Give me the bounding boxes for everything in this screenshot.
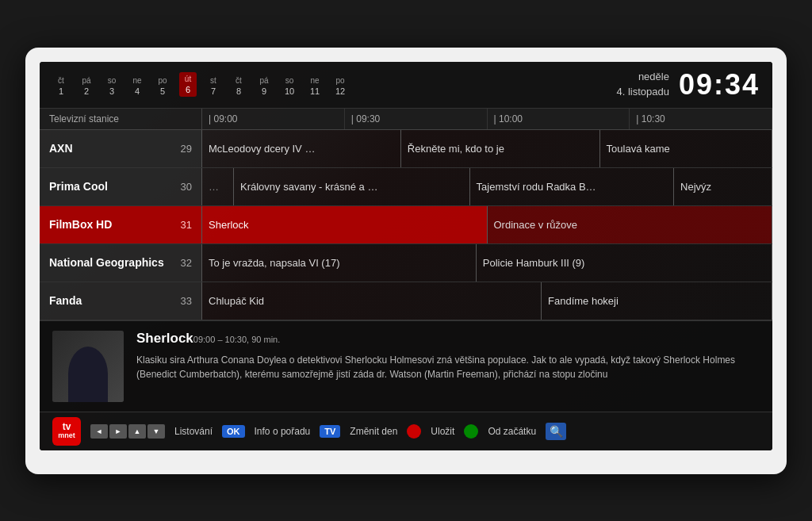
channel-number: 32 bbox=[181, 257, 192, 269]
save-label: Uložit bbox=[431, 426, 454, 437]
program-item[interactable]: … bbox=[202, 168, 234, 205]
channel-name: AXN bbox=[49, 142, 73, 155]
programs-row: McLeodovy dcery IV …Řekněte mi, kdo to j… bbox=[202, 130, 772, 167]
day-item-9[interactable]: pá9 bbox=[255, 75, 273, 97]
time-slot: | 09:30 bbox=[345, 109, 488, 129]
channel-cell: FilmBox HD31 bbox=[40, 206, 202, 243]
search-button[interactable]: 🔍 bbox=[546, 423, 566, 440]
logo-mnet: mnet bbox=[58, 432, 75, 440]
tv-frame: čt1pá2so3ne4po5út6st7čt8pá9so10ne11po12 … bbox=[25, 48, 787, 474]
day-item-4[interactable]: ne4 bbox=[128, 75, 146, 97]
channel-number: 30 bbox=[181, 181, 192, 193]
day-item-7[interactable]: st7 bbox=[205, 75, 222, 97]
day-navigator: čt1pá2so3ne4po5út6st7čt8pá9so10ne11po12 bbox=[52, 72, 349, 97]
program-item[interactable]: Fandíme hokeji bbox=[542, 282, 772, 320]
channel-cell: AXN29 bbox=[40, 130, 202, 167]
nav-right-btn[interactable]: ► bbox=[109, 424, 127, 439]
clock-display: 09:34 bbox=[679, 68, 760, 102]
channel-name: Fanda bbox=[49, 294, 82, 307]
program-item[interactable]: To je vražda, napsala VI (17) bbox=[202, 244, 477, 282]
day-item-1[interactable]: čt1 bbox=[52, 75, 70, 97]
day-item-3[interactable]: so3 bbox=[103, 75, 121, 97]
green-button[interactable] bbox=[464, 424, 478, 439]
epg-row[interactable]: National Geographics32To je vražda, naps… bbox=[40, 244, 772, 282]
nav-label: Listování bbox=[174, 426, 213, 437]
channel-name: National Geographics bbox=[49, 256, 164, 269]
programs-row: Chlupáč KidFandíme hokeji bbox=[202, 282, 772, 320]
program-item[interactable]: Tajemství rodu Radka B… bbox=[470, 168, 675, 205]
channel-number: 31 bbox=[181, 219, 192, 231]
nav-buttons[interactable]: ◄ ► ▲ ▼ bbox=[90, 424, 165, 439]
program-description: Klasiku sira Arthura Conana Doylea o det… bbox=[136, 353, 760, 381]
channel-number: 29 bbox=[181, 143, 192, 155]
epg-row[interactable]: Prima Cool30…Královny savany - krásné a … bbox=[40, 168, 772, 206]
day-item-11[interactable]: ne11 bbox=[306, 75, 324, 97]
info-label: Info o pořadu bbox=[255, 426, 311, 437]
tv-mnet-logo: tv mnet bbox=[52, 417, 81, 446]
channel-name: FilmBox HD bbox=[49, 218, 112, 231]
day-item-5[interactable]: po5 bbox=[154, 75, 171, 97]
day-item-12[interactable]: po12 bbox=[331, 75, 349, 97]
channel-name: Prima Cool bbox=[49, 180, 108, 193]
day-item-2[interactable]: pá2 bbox=[78, 75, 95, 97]
screen: čt1pá2so3ne4po5út6st7čt8pá9so10ne11po12 … bbox=[40, 62, 772, 450]
header-bar: čt1pá2so3ne4po5út6st7čt8pá9so10ne11po12 … bbox=[40, 62, 772, 109]
header-right: neděle 4. listopadu 09:34 bbox=[616, 68, 760, 102]
nav-down-btn[interactable]: ▼ bbox=[147, 424, 165, 439]
date-full: 4. listopadu bbox=[616, 85, 669, 99]
program-thumbnail bbox=[52, 331, 124, 402]
bottom-toolbar: tv mnet ◄ ► ▲ ▼ Listování OK Info o pořa… bbox=[40, 412, 772, 450]
tv-button[interactable]: TV bbox=[320, 425, 340, 438]
epg-row[interactable]: Fanda33Chlupáč KidFandíme hokeji bbox=[40, 282, 772, 320]
time-slots: | 09:00| 09:30| 10:00| 10:30 bbox=[202, 109, 772, 129]
day-item-8[interactable]: čt8 bbox=[230, 75, 247, 97]
programs-row: …Královny savany - krásné a …Tajemství r… bbox=[202, 168, 772, 205]
program-time: 09:00 – 10:30, 90 min. bbox=[193, 335, 280, 344]
change-day-label: Změnit den bbox=[350, 426, 397, 437]
day-of-week: neděle bbox=[616, 70, 669, 84]
time-slot: | 10:30 bbox=[630, 109, 772, 129]
program-item[interactable]: Ordinace v růžove bbox=[488, 206, 773, 243]
info-panel: Sherlock 09:00 – 10:30, 90 min. Klasiku … bbox=[40, 320, 772, 412]
content-area: čt1pá2so3ne4po5út6st7čt8pá9so10ne11po12 … bbox=[40, 62, 772, 450]
channel-number: 33 bbox=[181, 295, 192, 307]
program-item[interactable]: Chlupáč Kid bbox=[202, 282, 542, 320]
programs-row: SherlockOrdinace v růžove bbox=[202, 206, 772, 243]
program-item[interactable]: Královny savany - krásné a … bbox=[234, 168, 470, 205]
nav-left-btn[interactable]: ◄ bbox=[90, 424, 108, 439]
channel-cell: Prima Cool30 bbox=[40, 168, 202, 205]
thumbnail-image bbox=[52, 331, 124, 402]
channel-cell: Fanda33 bbox=[40, 282, 202, 320]
program-item[interactable]: Nejvýz bbox=[674, 168, 772, 205]
day-item-10[interactable]: so10 bbox=[281, 75, 298, 97]
epg-time-header: Televizní stanice | 09:00| 09:30| 10:00|… bbox=[40, 109, 772, 130]
time-slot: | 10:00 bbox=[488, 109, 630, 129]
program-item[interactable]: Policie Hamburk III (9) bbox=[477, 244, 772, 282]
nav-up-btn[interactable]: ▲ bbox=[128, 424, 146, 439]
channel-cell: National Geographics32 bbox=[40, 244, 202, 282]
program-item[interactable]: McLeodovy dcery IV … bbox=[202, 130, 401, 167]
day-item-6[interactable]: út6 bbox=[179, 72, 197, 97]
epg-grid: AXN29McLeodovy dcery IV …Řekněte mi, kdo… bbox=[40, 130, 772, 320]
time-slot: | 09:00 bbox=[202, 109, 345, 129]
channel-col-header: Televizní stanice bbox=[40, 109, 202, 129]
from-start-label: Od začátku bbox=[488, 426, 536, 437]
program-title: Sherlock bbox=[136, 331, 193, 347]
program-item[interactable]: Sherlock bbox=[202, 206, 488, 243]
program-info: Sherlock 09:00 – 10:30, 90 min. Klasiku … bbox=[136, 331, 760, 402]
red-button[interactable] bbox=[407, 424, 421, 439]
program-item[interactable]: Toulavá kame bbox=[600, 130, 772, 167]
epg-row[interactable]: AXN29McLeodovy dcery IV …Řekněte mi, kdo… bbox=[40, 130, 772, 168]
ok-button[interactable]: OK bbox=[222, 425, 245, 438]
epg-row[interactable]: FilmBox HD31SherlockOrdinace v růžove bbox=[40, 206, 772, 244]
programs-row: To je vražda, napsala VI (17)Policie Ham… bbox=[202, 244, 772, 282]
program-item[interactable]: Řekněte mi, kdo to je bbox=[401, 130, 600, 167]
date-display: neděle 4. listopadu bbox=[616, 70, 669, 98]
